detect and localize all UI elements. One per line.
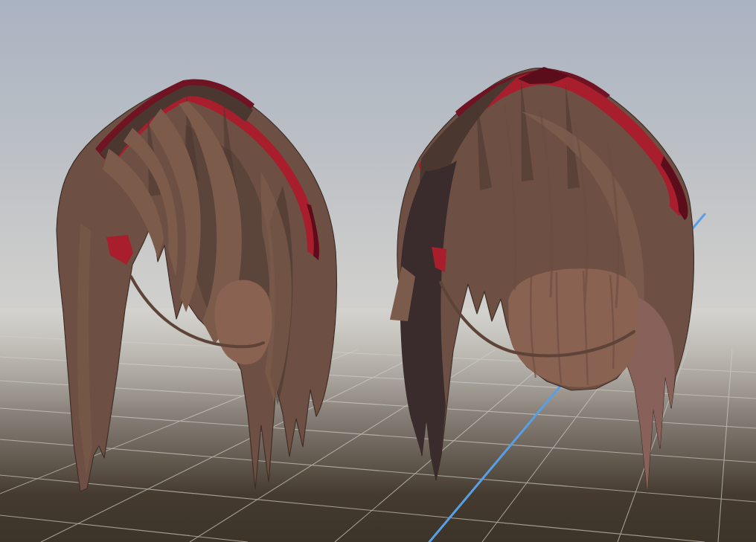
viewport-window — [0, 0, 756, 542]
viewport-canvas[interactable] — [0, 0, 756, 542]
